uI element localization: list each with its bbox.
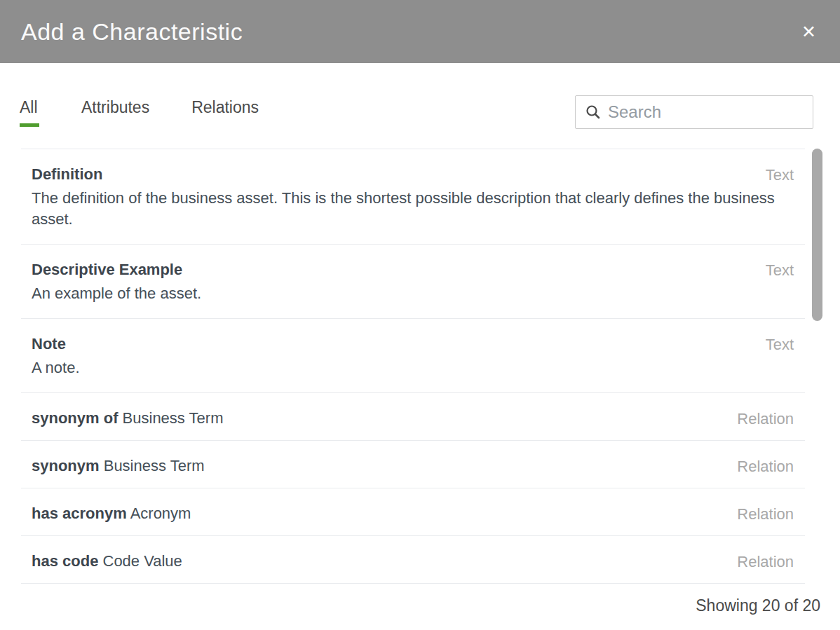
list-item[interactable]: has code Code Value Relation [21, 536, 805, 584]
tab-relations-label: Relations [191, 98, 259, 117]
item-title-line: synonym Business Term [32, 458, 794, 474]
tab-attributes-label: Attributes [81, 98, 149, 117]
tab-attributes[interactable]: Attributes [81, 98, 149, 127]
item-title: has acronym [32, 505, 127, 522]
tab-all-label: All [20, 98, 39, 117]
item-title-line: synonym of Business Term [32, 410, 794, 426]
item-description: The definition of the business asset. Th… [32, 188, 785, 230]
item-title-line: has acronym Acronym [32, 505, 794, 521]
item-title-line: has code Code Value [32, 553, 794, 569]
tab-relations[interactable]: Relations [191, 98, 259, 127]
dialog-header: Add a Characteristic ✕ [0, 0, 840, 63]
list-item[interactable]: synonym of Business Term Relation [21, 393, 805, 441]
active-tab-underline [20, 123, 39, 127]
list-item[interactable]: Descriptive Example An example of the as… [21, 245, 805, 319]
item-subtitle: Business Term [118, 409, 223, 427]
list-footer: Showing 20 of 20 [0, 596, 840, 615]
item-type-badge: Relation [737, 458, 794, 476]
search-icon [585, 104, 601, 120]
showing-count: Showing 20 of 20 [696, 596, 820, 615]
item-type-badge: Relation [737, 553, 794, 571]
scrollbar-thumb[interactable] [812, 149, 822, 321]
search-input[interactable] [608, 102, 804, 122]
list-item[interactable]: has acronym Acronym Relation [21, 488, 805, 536]
tab-all[interactable]: All [20, 98, 39, 127]
item-type-badge: Text [766, 261, 794, 280]
item-type-badge: Relation [737, 505, 794, 523]
toolbar: All Attributes Relations [0, 95, 840, 129]
item-subtitle: Acronym [127, 505, 191, 522]
item-title: Definition [32, 165, 102, 183]
list-item[interactable]: synonym Business Term Relation [21, 441, 805, 488]
search-box [575, 95, 813, 129]
item-description: An example of the asset. [32, 283, 785, 304]
dialog-title: Add a Characteristic [21, 18, 243, 46]
add-characteristic-dialog: Add a Characteristic ✕ All Attributes Re… [0, 0, 840, 630]
item-subtitle: Code Value [98, 552, 182, 570]
tab-bar: All Attributes Relations [20, 98, 301, 127]
item-title-line: Definition [32, 166, 794, 182]
item-title-line: Note [32, 336, 794, 352]
item-type-badge: Text [766, 166, 794, 184]
item-title: Note [32, 335, 66, 352]
item-title: synonym [32, 457, 100, 474]
item-description: A note. [32, 357, 785, 378]
item-type-badge: Text [766, 336, 794, 354]
close-button[interactable]: ✕ [797, 19, 820, 45]
item-type-badge: Relation [737, 410, 794, 428]
list-item[interactable]: Definition The definition of the busines… [21, 149, 805, 245]
item-title: synonym of [32, 409, 118, 427]
item-subtitle: Business Term [100, 457, 205, 474]
close-icon: ✕ [801, 22, 816, 42]
item-title: Descriptive Example [32, 261, 182, 278]
item-title: has code [32, 552, 98, 570]
item-title-line: Descriptive Example [32, 261, 794, 278]
characteristics-list: Definition The definition of the busines… [21, 149, 805, 584]
list-item[interactable]: Note A note. Text [21, 319, 805, 393]
